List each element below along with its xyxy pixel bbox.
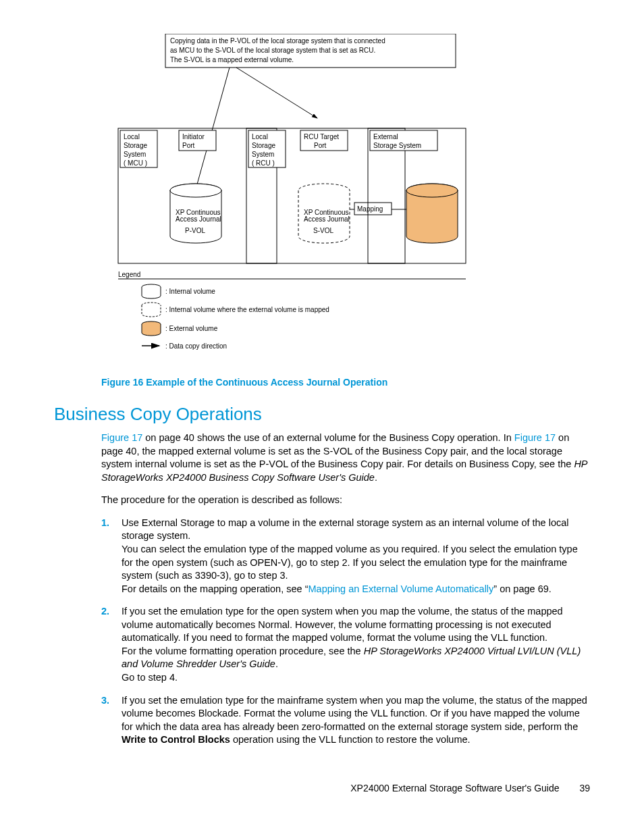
svol-label: S-VOL [313, 227, 333, 234]
step3-c: operation using the VLL function to rest… [230, 734, 471, 745]
step-num-2: 2. [101, 605, 109, 619]
link-mapping-auto[interactable]: Mapping an External Volume Automatically [308, 583, 493, 594]
link-figure-17a[interactable]: Figure 17 [101, 432, 142, 443]
mcu-l3: System [124, 151, 146, 158]
mcu-l2: Storage [124, 142, 147, 149]
svg-point-7 [170, 184, 221, 197]
step1-b: You can select the emulation type of the… [122, 544, 578, 581]
step2-d: . [275, 658, 278, 669]
ext-l2: Storage System [373, 142, 421, 149]
figure-diagram: Copying data in the P-VOL of the local s… [115, 34, 590, 367]
link-figure-17b[interactable]: Figure 17 [514, 432, 556, 443]
legend-dir: : Data copy direction [165, 342, 227, 350]
proc-lead: The procedure for the operation is descr… [101, 494, 590, 507]
ext-l1: External [373, 133, 398, 140]
legend-ext: : External volume [165, 325, 218, 332]
figure-caption: Figure 16 Example of the Continuous Acce… [101, 377, 590, 388]
copy-note-l3: The S-VOL is a mapped external volume. [170, 56, 294, 63]
rcu-l3: System [252, 151, 274, 158]
mcu-l4: ( MCU ) [124, 159, 147, 167]
svg-point-18 [406, 184, 458, 197]
rcu-l4: ( RCU ) [252, 159, 275, 167]
step2-a: If you set the emulation type for the op… [122, 606, 563, 643]
step2-e: Go to step 4. [122, 672, 178, 683]
step1-a: Use External Storage to map a volume in … [122, 517, 569, 542]
step-num-3: 3. [101, 694, 109, 708]
copy-note-l2: as MCU to the S-VOL of the local storage… [170, 47, 375, 54]
legend-title: Legend [118, 271, 140, 278]
rcu-target-l1: RCU Target [304, 133, 339, 140]
step-3: 3. If you set the emulation type for the… [101, 694, 590, 747]
intro-t3: . [375, 472, 377, 483]
step2-b: For the volume formatting operation proc… [122, 646, 364, 656]
initiator-l1: Initiator [182, 133, 205, 140]
page-footer: XP24000 External Storage Software User's… [350, 783, 590, 793]
svg-line-2 [236, 68, 317, 118]
step-num-1: 1. [101, 517, 109, 530]
initiator-l2: Port [182, 142, 195, 149]
pvol-label: P-VOL [185, 227, 205, 234]
step1-c: For details on the mapping operation, se… [122, 583, 308, 594]
footer-page-number: 39 [579, 783, 590, 793]
copy-note-l1: Copying data in the P-VOL of the local s… [170, 37, 385, 45]
rcu-l1: Local [252, 133, 268, 140]
footer-title: XP24000 External Storage Software User's… [350, 783, 559, 793]
step3-b: Write to Control Blocks [122, 734, 230, 745]
svol-aj: Access Journal [304, 215, 350, 223]
mapping-label: Mapping [357, 205, 383, 213]
legend-int-mapped: : Internal volume where the external vol… [165, 306, 329, 313]
intro-t1: on page 40 shows the use of an external … [142, 432, 514, 443]
step-1: 1. Use External Storage to map a volume … [101, 517, 590, 596]
rcu-l2: Storage [252, 142, 275, 149]
intro-para: Figure 17 on page 40 shows the use of an… [101, 432, 590, 484]
legend-int: : Internal volume [165, 288, 215, 295]
step3-a: If you set the emulation type for the ma… [122, 695, 587, 732]
section-heading: Business Copy Operations [54, 404, 590, 425]
step-2: 2. If you set the emulation type for the… [101, 605, 590, 684]
mcu-l1: Local [124, 133, 140, 140]
pvol-aj: Access Journal [176, 215, 221, 223]
rcu-target-l2: Port [314, 142, 327, 149]
step1-d: ” on page 69. [493, 583, 551, 594]
